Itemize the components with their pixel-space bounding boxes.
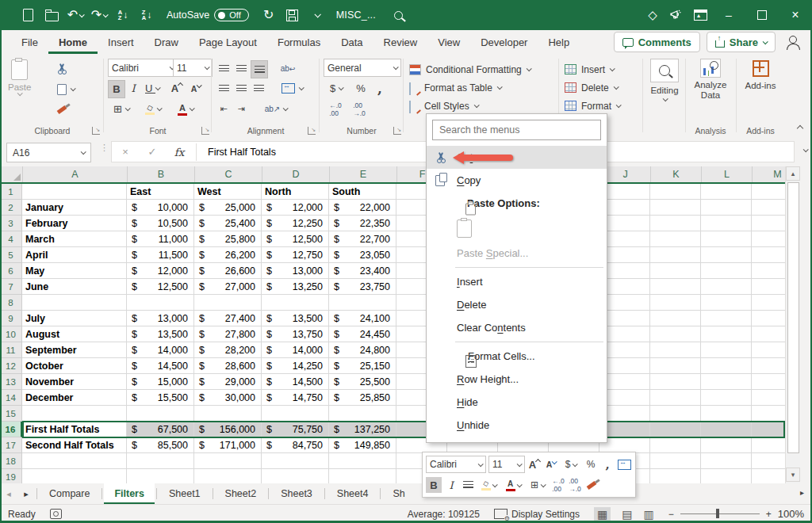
number-dialog-launcher[interactable]: ↘ [393, 127, 401, 135]
cell-M11[interactable] [752, 342, 785, 358]
cell-L17[interactable] [701, 437, 752, 453]
cell-A16[interactable]: First Half Totals [22, 422, 127, 437]
cell-M7[interactable] [752, 279, 785, 295]
tab-formulas[interactable]: Formulas [267, 30, 331, 54]
sheet-tab-compare[interactable]: Compare [39, 483, 100, 504]
cell-E4[interactable]: $22,700 [329, 231, 396, 247]
cell-C1[interactable]: West [194, 184, 262, 200]
cell-K3[interactable] [650, 216, 701, 231]
cell-E14[interactable]: $25,850 [329, 390, 396, 406]
cell-K18[interactable] [650, 453, 701, 469]
cell-L11[interactable] [701, 342, 752, 358]
insert-cells-button[interactable]: Insert [565, 61, 614, 78]
cell-E18[interactable] [329, 453, 396, 469]
cell-C12[interactable]: $28,600 [194, 358, 262, 374]
cell-M12[interactable] [752, 358, 785, 374]
menu-item-insert[interactable]: Insert [427, 270, 607, 293]
tab-file[interactable]: File [11, 30, 48, 54]
macro-record-icon[interactable] [50, 509, 62, 519]
row-header-15[interactable]: 15 [0, 406, 22, 422]
row-header-1[interactable]: 1 [0, 184, 22, 200]
maximize-button[interactable] [745, 0, 779, 30]
cut-button[interactable] [52, 60, 71, 77]
mini-align-button[interactable] [461, 477, 475, 493]
scroll-down-button[interactable]: ▾ [786, 468, 800, 482]
tab-help[interactable]: Help [538, 30, 580, 54]
wrap-text-button[interactable]: ab↩ [276, 60, 300, 77]
mini-merge-button[interactable] [617, 456, 631, 472]
cell-L3[interactable] [701, 216, 752, 231]
format-cells-button[interactable]: Format [565, 97, 620, 114]
collapse-ribbon-button[interactable] [797, 125, 803, 132]
cell-C13[interactable]: $29,000 [194, 374, 262, 390]
menu-paste-option-button[interactable] [427, 215, 607, 242]
cell-B1[interactable]: East [127, 184, 194, 200]
premium-button[interactable]: ◇ [641, 4, 665, 26]
cell-E15[interactable] [329, 406, 396, 422]
orientation-button[interactable]: ab↗ [260, 101, 292, 117]
mini-font-color-button[interactable]: A [502, 477, 524, 493]
sort-ascending-button[interactable]: AZ↓ [111, 4, 135, 26]
normal-view-button[interactable]: ▦ [594, 507, 611, 521]
tab-review[interactable]: Review [373, 30, 428, 54]
cell-K9[interactable] [650, 311, 701, 326]
cell-C3[interactable]: $25,400 [194, 216, 262, 231]
cell-B11[interactable]: $14,000 [127, 342, 194, 358]
borders-button[interactable]: ⊞ [108, 101, 135, 117]
cell-B14[interactable]: $15,500 [127, 390, 194, 406]
menu-item-unhide[interactable]: Unhide [427, 414, 607, 437]
cell-D2[interactable]: $12,000 [262, 200, 329, 216]
cell-M13[interactable] [752, 374, 785, 390]
cell-styles-button[interactable]: Cell Styles [409, 97, 478, 114]
cell-L6[interactable] [701, 263, 752, 279]
mini-italic-button[interactable]: I [444, 477, 458, 493]
menu-item-paste-special[interactable]: Paste Special... [427, 242, 607, 265]
cell-B18[interactable] [127, 453, 194, 469]
cell-B19[interactable] [127, 469, 194, 483]
cell-L10[interactable] [701, 326, 752, 342]
center-button[interactable] [233, 80, 249, 97]
menu-item-delete[interactable]: Delete [427, 293, 607, 316]
cell-K6[interactable] [650, 263, 701, 279]
cell-C2[interactable]: $25,000 [194, 200, 262, 216]
zoom-slider[interactable] [680, 513, 760, 514]
scroll-up-button[interactable]: ▴ [786, 166, 800, 181]
cell-D15[interactable] [262, 406, 329, 422]
formula-content[interactable]: First Half Totals [208, 147, 276, 158]
cell-L8[interactable] [701, 295, 752, 311]
cell-K8[interactable] [650, 295, 701, 311]
cell-D4[interactable]: $12,500 [262, 231, 329, 247]
column-header-D[interactable]: D [262, 166, 330, 182]
cell-B4[interactable]: $11,000 [127, 231, 194, 247]
cell-D5[interactable]: $12,750 [262, 247, 329, 263]
cell-K13[interactable] [650, 374, 701, 390]
menu-search-box[interactable] [432, 120, 601, 140]
autosave-toggle[interactable]: Off [214, 9, 248, 21]
redo-button[interactable]: ↷ [87, 4, 111, 26]
cell-E13[interactable]: $25,500 [329, 374, 396, 390]
zoom-out-button[interactable]: − [668, 509, 674, 520]
cell-A7[interactable]: June [22, 279, 127, 295]
expand-formula-bar-button[interactable] [803, 147, 809, 152]
addins-button[interactable]: Add-ins [744, 60, 777, 90]
font-color-button[interactable]: A [171, 101, 200, 117]
cell-E19[interactable] [329, 469, 396, 483]
bottom-align-button[interactable] [251, 60, 268, 78]
mini-percent-button[interactable]: % [584, 456, 598, 472]
cell-C16[interactable]: $156,000 [194, 422, 262, 437]
next-sheet-button[interactable]: ▸ [17, 483, 35, 504]
cell-B12[interactable]: $14,500 [127, 358, 194, 374]
menu-search-input[interactable] [433, 124, 600, 136]
cell-B17[interactable]: $85,500 [127, 437, 194, 453]
sync-button[interactable]: ↻ [257, 4, 281, 26]
cell-D6[interactable]: $13,000 [262, 263, 329, 279]
cell-B7[interactable]: $12,500 [127, 279, 194, 295]
cell-C17[interactable]: $171,000 [194, 437, 262, 453]
cancel-button[interactable]: × [112, 146, 139, 158]
save-button[interactable] [281, 4, 304, 26]
cell-K10[interactable] [650, 326, 701, 342]
cell-L15[interactable] [701, 406, 752, 422]
cell-A17[interactable]: Second Half Totals [22, 437, 127, 453]
column-header-L[interactable]: L [702, 166, 753, 182]
cell-M9[interactable] [752, 311, 785, 326]
